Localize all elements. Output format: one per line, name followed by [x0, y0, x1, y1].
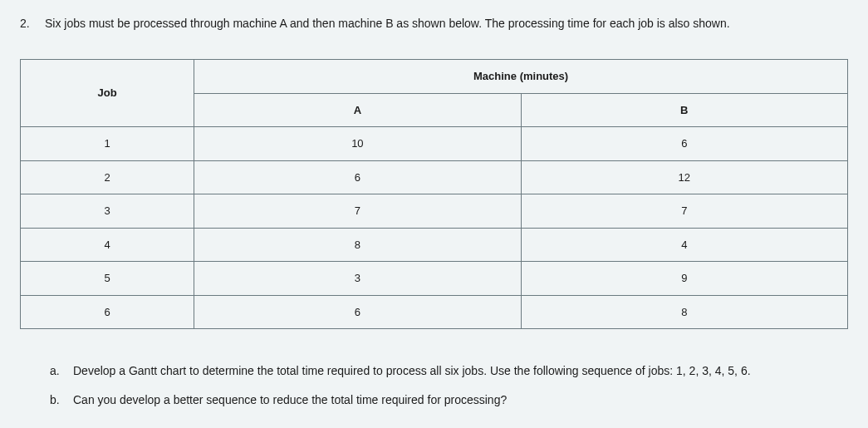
- header-job: Job: [21, 60, 194, 127]
- processing-time-table: Job Machine (minutes) A B 1 10 6 2 6 12 …: [20, 59, 848, 329]
- cell-machine-b: 8: [521, 295, 847, 329]
- cell-job: 1: [21, 127, 194, 161]
- cell-machine-b: 4: [521, 228, 847, 262]
- cell-machine-a: 6: [194, 160, 521, 194]
- header-machine: Machine (minutes): [194, 60, 848, 94]
- cell-job: 3: [21, 194, 194, 229]
- sub-question-a: a. Develop a Gantt chart to determine th…: [50, 362, 848, 380]
- question-text: Six jobs must be processed through machi…: [45, 15, 848, 32]
- cell-machine-a: 6: [194, 295, 521, 329]
- question-header: 2. Six jobs must be processed through ma…: [20, 15, 848, 32]
- sub-questions: a. Develop a Gantt chart to determine th…: [20, 362, 848, 409]
- cell-machine-a: 7: [194, 194, 521, 229]
- sub-question-b: b. Can you develop a better sequence to …: [50, 391, 848, 409]
- cell-machine-b: 7: [521, 194, 847, 229]
- table-row: 2 6 12: [21, 160, 848, 194]
- table-row: 1 10 6: [21, 127, 848, 161]
- table-row: 5 3 9: [21, 262, 848, 296]
- cell-machine-a: 8: [194, 228, 521, 262]
- cell-machine-b: 12: [521, 160, 847, 194]
- table-row: 4 8 4: [21, 228, 848, 262]
- cell-machine-a: 10: [194, 127, 521, 161]
- table-row: 3 7 7: [21, 194, 848, 229]
- cell-machine-a: 3: [194, 262, 521, 296]
- cell-job: 2: [21, 160, 194, 194]
- table-header-row-1: Job Machine (minutes): [21, 60, 848, 94]
- table-row: 6 6 8: [21, 295, 848, 329]
- sub-letter-a: a.: [50, 362, 63, 380]
- cell-machine-b: 9: [521, 262, 847, 296]
- cell-job: 6: [21, 295, 194, 329]
- cell-job: 4: [21, 228, 194, 262]
- cell-machine-b: 6: [521, 127, 847, 161]
- sub-text-b: Can you develop a better sequence to red…: [73, 391, 848, 409]
- question-number: 2.: [20, 15, 35, 32]
- cell-job: 5: [21, 262, 194, 296]
- sub-letter-b: b.: [50, 391, 63, 409]
- subheader-machine-a: A: [194, 93, 521, 127]
- sub-text-a: Develop a Gantt chart to determine the t…: [73, 362, 848, 380]
- subheader-machine-b: B: [521, 93, 847, 127]
